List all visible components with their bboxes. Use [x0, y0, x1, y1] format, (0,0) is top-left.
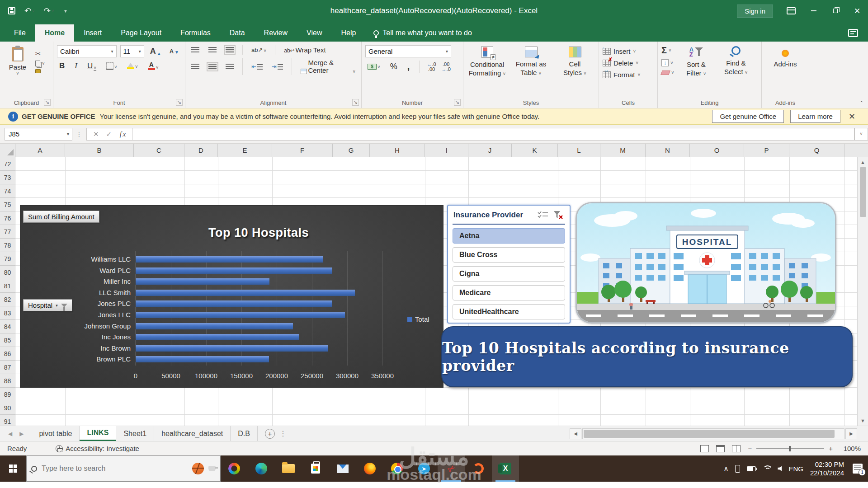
column-header-L[interactable]: L [558, 144, 600, 157]
decrease-decimal-button[interactable]: .00→.0 [442, 62, 451, 72]
sheet-nav-arrows[interactable]: ◀▶ [0, 426, 32, 441]
zoom-slider[interactable]: − + [748, 445, 833, 452]
minimize-button[interactable] [803, 0, 825, 22]
wifi-icon[interactable] [763, 465, 771, 472]
align-right-button[interactable] [223, 63, 236, 70]
format-painter-button[interactable] [35, 69, 45, 73]
font-size-combo[interactable]: 11▾ [120, 45, 144, 57]
row-header-91[interactable]: 91 [0, 415, 15, 426]
scroll-down-icon[interactable]: ▼ [860, 416, 865, 426]
row-header-90[interactable]: 90 [0, 401, 15, 415]
redo-button[interactable]: ↷˅ [44, 6, 54, 16]
menu-tab-file[interactable]: File [5, 24, 35, 42]
decrease-font-button[interactable]: A▼ [167, 47, 181, 56]
row-header-72[interactable]: 72 [0, 157, 15, 171]
taskbar-mail-icon[interactable] [329, 455, 356, 482]
menu-tab-home[interactable]: Home [35, 24, 74, 42]
autosum-button[interactable]: Σ˅ [661, 45, 674, 56]
slicer-item-cigna[interactable]: Cigna [453, 266, 565, 282]
sheet-grid[interactable]: 7273747576777879808182838485868788899091… [0, 157, 868, 426]
battery-icon[interactable] [747, 466, 756, 471]
row-header-87[interactable]: 87 [0, 361, 15, 374]
chart-bar[interactable] [136, 323, 293, 329]
tab-splitter-grip[interactable]: ⋮ [275, 429, 291, 438]
alignment-dialog-launcher[interactable]: ↘ [352, 99, 359, 106]
insert-function-icon[interactable]: ƒx [119, 130, 126, 138]
decrease-indent-button[interactable]: ⇤ [249, 62, 265, 71]
formula-bar-grip[interactable]: ⋮ [72, 131, 86, 138]
row-header-85[interactable]: 85 [0, 333, 15, 347]
column-header-A[interactable]: A [15, 144, 65, 157]
comments-icon[interactable] [848, 29, 858, 37]
menu-tab-formulas[interactable]: Formulas [171, 24, 220, 42]
column-header-H[interactable]: H [370, 144, 425, 157]
sheet-tab-sheet1[interactable]: Sheet1 [116, 426, 154, 441]
align-center-button[interactable] [206, 63, 219, 70]
chart-bar[interactable] [136, 267, 332, 274]
row-header-81[interactable]: 81 [0, 279, 15, 293]
zoom-in-icon[interactable]: + [829, 445, 833, 452]
start-button[interactable] [0, 455, 26, 482]
paste-button[interactable]: Paste ˅ [4, 45, 32, 78]
fill-button[interactable]: ↓˅ [661, 59, 674, 66]
number-format-combo[interactable]: General▾ [365, 45, 451, 57]
row-header-78[interactable]: 78 [0, 239, 15, 252]
menu-tab-page-layout[interactable]: Page Layout [111, 24, 171, 42]
number-dialog-launcher[interactable]: ↘ [454, 99, 461, 106]
cell-reference-input[interactable] [5, 130, 50, 138]
row-header-86[interactable]: 86 [0, 347, 15, 361]
underline-button[interactable]: U˅ [85, 61, 99, 71]
taskbar-store-icon[interactable] [302, 455, 329, 482]
pivot-chart[interactable]: Top 10 Hospitals Williams LLCWard PLCMil… [20, 206, 443, 387]
row-header-82[interactable]: 82 [0, 293, 15, 306]
value-field-button[interactable]: Sum of Billing Amount [23, 211, 99, 223]
row-header-76[interactable]: 76 [0, 211, 15, 225]
menu-tab-view[interactable]: View [297, 24, 331, 42]
get-genuine-office-button[interactable]: Get genuine Office [712, 110, 784, 123]
align-top-button[interactable] [189, 46, 202, 54]
increase-indent-button[interactable]: ⇥ [269, 62, 285, 71]
taskbar-excel-icon[interactable]: X [492, 455, 519, 482]
insurance-provider-slicer[interactable]: Insurance Provider AetnaBlue CrossCignaM… [447, 205, 571, 324]
insert-cells-button[interactable]: Insert˅ [603, 45, 654, 57]
scroll-left-icon[interactable]: ◀ [570, 428, 581, 439]
warning-close-icon[interactable]: ✕ [840, 112, 863, 122]
axis-field-button[interactable]: Hospital ▾ [23, 299, 72, 311]
bold-button[interactable]: B [57, 61, 67, 71]
merge-center-button[interactable]: Merge & Center˅ [298, 58, 358, 75]
taskbar-telegram-icon[interactable]: ➤ [410, 455, 438, 482]
column-header-D[interactable]: D [184, 144, 218, 157]
chart-bar[interactable] [136, 356, 269, 362]
find-select-button[interactable]: Find & Select ˅ [718, 45, 754, 78]
expand-formula-bar-icon[interactable]: ˅ [854, 128, 868, 141]
column-header-G[interactable]: G [333, 144, 370, 157]
sheet-tab-links[interactable]: LINKS [80, 426, 116, 441]
delete-cells-button[interactable]: Delete˅ [603, 57, 654, 69]
sheet-tab-pivot-table[interactable]: pivot table [32, 426, 80, 441]
column-header-N[interactable]: N [646, 144, 690, 157]
new-sheet-button[interactable]: + [265, 429, 275, 439]
normal-view-icon[interactable] [700, 445, 709, 452]
column-header-P[interactable]: P [744, 144, 789, 157]
font-color-button[interactable]: A˅ [146, 61, 161, 71]
language-indicator[interactable]: ENG [788, 465, 803, 473]
ribbon-display-options-icon[interactable] [787, 7, 796, 14]
format-cells-button[interactable]: Format˅ [603, 69, 654, 80]
select-all-corner[interactable] [0, 144, 15, 157]
name-box-dropdown-icon[interactable]: ▾ [64, 129, 72, 139]
slicer-item-medicare[interactable]: Medicare [453, 285, 565, 300]
taskbar-opera-icon[interactable] [465, 455, 492, 482]
sort-filter-button[interactable]: AZ Sort & Filter ˅ [679, 45, 714, 78]
clock[interactable]: 02:30 PM 22/10/2024 [810, 460, 844, 477]
clear-button[interactable]: ˅ [661, 70, 674, 75]
taskbar-copilot-icon[interactable] [221, 455, 248, 482]
volume-icon[interactable] [778, 466, 782, 471]
column-header-I[interactable]: I [425, 144, 468, 157]
chart-bar[interactable] [136, 256, 323, 263]
fill-color-button[interactable]: ˅ [125, 62, 140, 70]
vertical-scroll-thumb[interactable] [860, 167, 866, 217]
italic-button[interactable]: I [72, 61, 80, 71]
addins-button[interactable]: Add-ins [765, 45, 805, 68]
menu-tab-review[interactable]: Review [255, 24, 297, 42]
action-center-icon[interactable]: 1 [853, 464, 863, 474]
